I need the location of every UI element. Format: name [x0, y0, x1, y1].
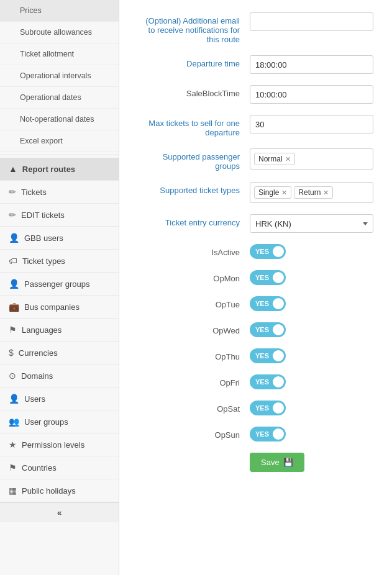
- op-sat-toggle-container: YES: [250, 401, 286, 415]
- op-fri-toggle-label: YES: [255, 378, 269, 386]
- sidebar-item-languages[interactable]: ⚑ Languages: [0, 319, 119, 342]
- op-sun-toggle-label: YES: [255, 430, 269, 438]
- sidebar-item-ticket-allotment[interactable]: Ticket allotment: [0, 43, 119, 65]
- ticket-entry-currency-row: Ticket entry currency HRK (KN) EUR USD G…: [138, 214, 373, 233]
- sidebar-item-prices[interactable]: Prices: [0, 0, 119, 22]
- languages-icon: ⚑: [9, 325, 17, 335]
- sidebar-item-bus-companies[interactable]: 💼 Bus companies: [0, 296, 119, 319]
- op-sun-toggle[interactable]: YES: [250, 427, 286, 441]
- sidebar-item-countries[interactable]: ⚑ Countries: [0, 456, 119, 479]
- sidebar-item-operational-dates[interactable]: Operational dates: [0, 87, 119, 109]
- sidebar-item-currencies[interactable]: $ Currencies: [0, 342, 119, 364]
- op-sun-label: OpSun: [138, 427, 250, 440]
- sidebar-item-user-groups[interactable]: 👥 User groups: [0, 410, 119, 433]
- sale-block-time-row: SaleBlockTime: [138, 85, 373, 104]
- optional-email-input[interactable]: [250, 12, 373, 31]
- op-mon-toggle-container: YES: [250, 270, 286, 285]
- op-tue-toggle-label: YES: [255, 300, 269, 307]
- op-fri-toggle[interactable]: YES: [250, 374, 286, 389]
- sidebar-item-subroute-allowances[interactable]: Subroute allowances: [0, 22, 119, 43]
- main-content: (Optional) Additional email to receive n…: [119, 0, 392, 575]
- op-thu-toggle-handle: [273, 350, 284, 361]
- max-tickets-row: Max tickets to sell for one departure: [138, 115, 373, 137]
- sidebar-item-gbb-users[interactable]: 👤 GBB users: [0, 227, 119, 250]
- countries-icon: ⚑: [9, 463, 17, 473]
- sidebar-item-permission-levels[interactable]: ★ Permission levels: [0, 433, 119, 456]
- sidebar-item-tickets[interactable]: ✏ Tickets: [0, 181, 119, 204]
- supported-passenger-groups-label: Supported passenger groups: [138, 148, 250, 171]
- op-sat-row: OpSat YES: [138, 401, 373, 415]
- passenger-groups-icon: 👤: [9, 279, 19, 289]
- op-tue-row: OpTue YES: [138, 296, 373, 311]
- sidebar-item-edit-tickets[interactable]: ✏ EDIT tickets: [0, 204, 119, 227]
- op-sat-toggle-label: YES: [255, 404, 269, 412]
- max-tickets-label: Max tickets to sell for one departure: [138, 115, 250, 137]
- op-sat-toggle[interactable]: YES: [250, 401, 286, 415]
- op-mon-toggle-label: YES: [255, 274, 269, 281]
- op-wed-toggle-handle: [273, 324, 284, 335]
- optional-email-label: (Optional) Additional email to receive n…: [138, 12, 250, 44]
- op-wed-row: OpWed YES: [138, 322, 373, 337]
- sidebar-item-users[interactable]: 👤 Users: [0, 387, 119, 410]
- op-sun-toggle-container: YES: [250, 427, 286, 441]
- save-icon: 💾: [283, 458, 293, 467]
- report-routes-icon: ▲: [9, 164, 17, 174]
- sidebar-item-domains[interactable]: ⊙ Domains: [0, 364, 119, 387]
- save-button[interactable]: Save 💾: [250, 453, 304, 472]
- ticket-types-tags[interactable]: Single ✕ Return ✕: [250, 182, 373, 203]
- op-thu-toggle-label: YES: [255, 352, 269, 360]
- remove-return-tag[interactable]: ✕: [323, 189, 329, 197]
- supported-ticket-types-label: Supported ticket types: [138, 182, 250, 195]
- departure-time-label: Departure time: [138, 55, 250, 68]
- ticket-entry-currency-label: Ticket entry currency: [138, 214, 250, 227]
- op-mon-toggle[interactable]: YES: [250, 270, 286, 285]
- passenger-groups-tags[interactable]: Normal ✕: [250, 148, 373, 170]
- op-thu-toggle[interactable]: YES: [250, 348, 286, 363]
- permission-levels-icon: ★: [9, 440, 17, 450]
- op-sat-toggle-handle: [273, 402, 284, 414]
- remove-normal-tag[interactable]: ✕: [285, 155, 291, 163]
- op-fri-toggle-container: YES: [250, 374, 286, 389]
- is-active-toggle-label: YES: [255, 248, 269, 255]
- currencies-icon: $: [9, 348, 14, 358]
- sidebar: Prices Subroute allowances Ticket allotm…: [0, 0, 119, 575]
- op-thu-row: OpThu YES: [138, 348, 373, 363]
- op-fri-label: OpFri: [138, 374, 250, 387]
- remove-single-tag[interactable]: ✕: [281, 189, 287, 197]
- op-tue-toggle[interactable]: YES: [250, 296, 286, 311]
- op-wed-toggle[interactable]: YES: [250, 322, 286, 337]
- sidebar-item-ticket-types[interactable]: 🏷 Ticket types: [0, 250, 119, 273]
- ticket-type-tag-single: Single ✕: [254, 186, 291, 199]
- is-active-toggle-container: YES: [250, 244, 286, 259]
- gbb-users-icon: 👤: [9, 233, 19, 243]
- sale-block-time-label: SaleBlockTime: [138, 85, 250, 98]
- max-tickets-input[interactable]: [250, 115, 373, 134]
- op-mon-toggle-handle: [273, 272, 284, 283]
- op-wed-toggle-container: YES: [250, 322, 286, 337]
- sidebar-item-public-holidays[interactable]: ▦ Public holidays: [0, 479, 119, 502]
- sidebar-item-report-routes[interactable]: ▲ Report routes: [0, 158, 119, 181]
- sidebar-item-not-operational-dates[interactable]: Not-operational dates: [0, 109, 119, 130]
- passenger-group-tag-normal: Normal ✕: [254, 153, 295, 165]
- op-tue-toggle-container: YES: [250, 296, 286, 311]
- save-row: Save 💾: [138, 453, 373, 472]
- op-tue-label: OpTue: [138, 296, 250, 309]
- sidebar-collapse-button[interactable]: «: [0, 502, 119, 522]
- op-thu-label: OpThu: [138, 348, 250, 361]
- op-mon-label: OpMon: [138, 270, 250, 283]
- sale-block-time-input[interactable]: [250, 85, 373, 104]
- edit-tickets-icon: ✏: [9, 210, 16, 220]
- departure-time-row: Departure time: [138, 55, 373, 74]
- supported-passenger-groups-row: Supported passenger groups Normal ✕: [138, 148, 373, 171]
- is-active-toggle[interactable]: YES: [250, 244, 286, 259]
- op-fri-row: OpFri YES: [138, 374, 373, 389]
- op-fri-toggle-handle: [273, 376, 284, 387]
- sidebar-item-operational-intervals[interactable]: Operational intervals: [0, 65, 119, 87]
- op-sun-toggle-handle: [273, 428, 284, 440]
- departure-time-input[interactable]: [250, 55, 373, 74]
- sidebar-item-passenger-groups[interactable]: 👤 Passenger groups: [0, 273, 119, 296]
- ticket-entry-currency-select[interactable]: HRK (KN) EUR USD GBP: [250, 214, 373, 233]
- user-groups-icon: 👥: [9, 417, 19, 427]
- sidebar-item-excel-export[interactable]: Excel export: [0, 130, 119, 152]
- op-sun-row: OpSun YES: [138, 427, 373, 441]
